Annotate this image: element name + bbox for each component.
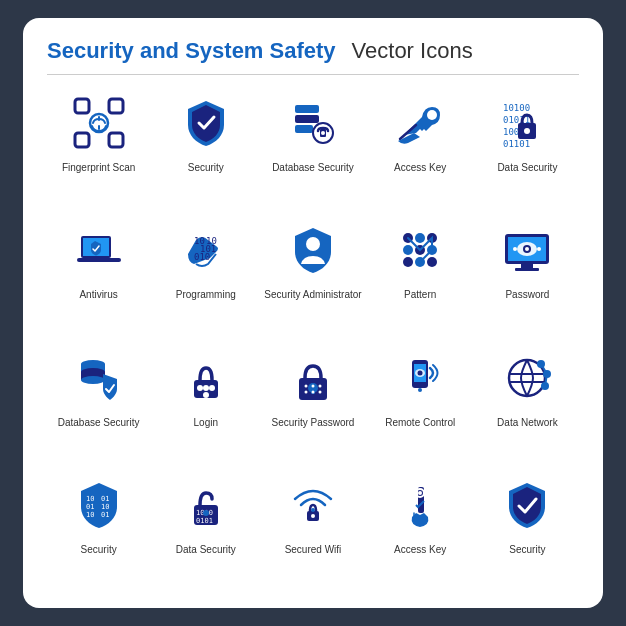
login-label: Login <box>194 417 218 429</box>
access-key-label: Access Key <box>394 162 446 174</box>
icon-item-password[interactable]: Password <box>476 216 579 333</box>
svg-point-19 <box>524 128 530 134</box>
data-security-2-label: Data Security <box>176 544 236 556</box>
database-security-label: Database Security <box>272 162 354 174</box>
security-icon <box>172 89 240 157</box>
icon-item-data-security-2[interactable]: 1010 0101 Data Security <box>154 471 257 588</box>
svg-point-12 <box>321 131 325 135</box>
svg-rect-39 <box>521 264 533 268</box>
svg-rect-9 <box>295 125 313 133</box>
database-security-2-label: Database Security <box>58 417 140 429</box>
header-subtitle: Vector Icons <box>352 38 473 64</box>
icon-item-fingerprint-scan[interactable]: Fingerprint Scan <box>47 89 150 206</box>
data-security-label: Data Security <box>497 162 557 174</box>
svg-text:10: 10 <box>86 511 94 519</box>
icon-item-programming[interactable]: 10 101 10 010 Programming <box>154 216 257 333</box>
svg-point-87 <box>203 510 209 516</box>
icon-item-security-2[interactable]: 10 01 01 10 10 01 Security <box>47 471 150 588</box>
security-2-icon: 10 01 01 10 10 01 <box>65 471 133 539</box>
icon-item-access-key[interactable]: Access Key <box>369 89 472 206</box>
svg-rect-22 <box>77 258 121 262</box>
svg-point-64 <box>318 390 321 393</box>
svg-point-34 <box>403 257 413 267</box>
svg-point-27 <box>306 237 320 251</box>
icon-item-database-security-2[interactable]: Database Security <box>47 344 150 461</box>
svg-rect-0 <box>75 99 89 113</box>
svg-text:01: 01 <box>101 511 109 519</box>
security-administrator-label: Security Administrator <box>264 289 361 301</box>
password-icon <box>493 216 561 284</box>
icon-item-login[interactable]: Login <box>154 344 257 461</box>
icon-item-access-key-2[interactable]: Access Key <box>369 471 472 588</box>
icon-item-secured-wifi[interactable]: Secured Wifi <box>261 471 364 588</box>
icon-item-pattern[interactable]: Pattern <box>369 216 472 333</box>
icon-item-data-network[interactable]: Data Network <box>476 344 579 461</box>
icon-item-security-3[interactable]: Security <box>476 471 579 588</box>
icon-item-security-password[interactable]: Security Password <box>261 344 364 461</box>
svg-point-52 <box>197 385 203 391</box>
svg-rect-8 <box>295 115 319 123</box>
svg-point-31 <box>403 245 413 255</box>
security-2-label: Security <box>81 544 117 556</box>
access-key-2-icon <box>386 471 454 539</box>
svg-text:0101: 0101 <box>196 517 213 525</box>
svg-point-60 <box>311 384 314 387</box>
card: Security and System Safety Vector Icons <box>23 18 603 608</box>
data-network-icon <box>493 344 561 412</box>
svg-point-44 <box>513 247 517 251</box>
svg-rect-2 <box>75 133 89 147</box>
fingerprint-scan-icon <box>65 89 133 157</box>
icon-item-antivirus[interactable]: Antivirus <box>47 216 150 333</box>
security-password-label: Security Password <box>272 417 355 429</box>
svg-text:01: 01 <box>86 503 94 511</box>
security-3-label: Security <box>509 544 545 556</box>
icon-item-security[interactable]: Security <box>154 89 257 206</box>
svg-point-59 <box>304 384 307 387</box>
svg-text:01: 01 <box>101 495 109 503</box>
svg-point-43 <box>525 247 529 251</box>
svg-point-92 <box>418 491 422 495</box>
svg-rect-1 <box>109 99 123 113</box>
security-administrator-icon <box>279 216 347 284</box>
programming-label: Programming <box>176 289 236 301</box>
programming-icon: 10 101 10 010 <box>172 216 240 284</box>
svg-point-45 <box>537 247 541 251</box>
icon-item-security-administrator[interactable]: Security Administrator <box>261 216 364 333</box>
svg-text:10: 10 <box>206 236 217 246</box>
icon-item-remote-control[interactable]: Remote Control <box>369 344 472 461</box>
pattern-icon <box>386 216 454 284</box>
data-security-icon: 10100 01011 10010 01101 <box>493 89 561 157</box>
password-label: Password <box>505 289 549 301</box>
antivirus-label: Antivirus <box>79 289 117 301</box>
header-title: Security and System Safety <box>47 39 336 63</box>
access-key-icon <box>386 89 454 157</box>
security-3-icon <box>493 471 561 539</box>
svg-text:01101: 01101 <box>503 139 530 149</box>
svg-point-54 <box>209 385 215 391</box>
svg-point-68 <box>418 370 423 375</box>
access-key-2-label: Access Key <box>394 544 446 556</box>
icon-item-database-security[interactable]: Database Security <box>261 89 364 206</box>
svg-point-63 <box>311 390 314 393</box>
svg-text:10: 10 <box>86 495 94 503</box>
svg-rect-40 <box>515 268 539 271</box>
remote-control-icon <box>386 344 454 412</box>
svg-point-69 <box>418 388 422 392</box>
pattern-label: Pattern <box>404 289 436 301</box>
svg-point-89 <box>311 514 315 518</box>
svg-rect-3 <box>109 133 123 147</box>
svg-rect-7 <box>295 105 319 113</box>
security-password-icon <box>279 344 347 412</box>
remote-control-label: Remote Control <box>385 417 455 429</box>
svg-point-53 <box>203 385 209 391</box>
security-label: Security <box>188 162 224 174</box>
login-icon <box>172 344 240 412</box>
svg-text:10100: 10100 <box>503 103 530 113</box>
svg-point-13 <box>427 110 437 120</box>
secured-wifi-label: Secured Wifi <box>285 544 342 556</box>
svg-point-29 <box>415 233 425 243</box>
icon-item-data-security[interactable]: 10100 01011 10010 01101 Data Security <box>476 89 579 206</box>
svg-point-55 <box>203 392 209 398</box>
data-security-2-icon: 1010 0101 <box>172 471 240 539</box>
fingerprint-scan-label: Fingerprint Scan <box>62 162 135 174</box>
